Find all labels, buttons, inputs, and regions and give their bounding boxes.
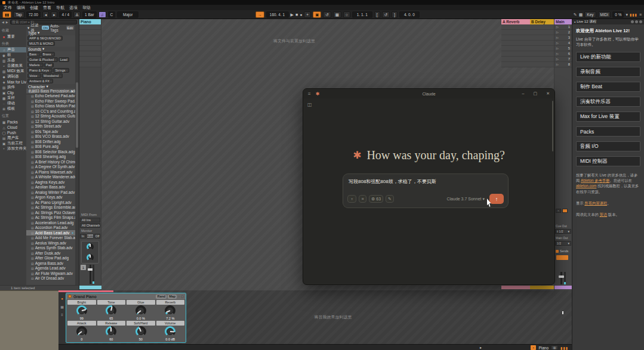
send-b-knob[interactable] (87, 254, 94, 261)
browser-scrollbar[interactable] (75, 25, 79, 285)
browser-file-row[interactable]: 12 String Guitar.adv (26, 119, 75, 124)
fold-device-icon[interactable]: ▢ (181, 295, 184, 298)
keyboard-icon[interactable]: ▦ (551, 345, 558, 350)
browser-file-row[interactable]: Air Flute Wigwam.adv (26, 271, 75, 276)
scene-play-icon[interactable] (556, 30, 559, 34)
sound-filter-chip[interactable]: Mallets · (27, 63, 44, 67)
browser-place-item[interactable]: ◯ Push (0, 130, 26, 135)
device-title-bar[interactable]: Grand Piano Rand Map ○ ▢ (66, 293, 186, 299)
device-power-icon[interactable] (68, 295, 72, 298)
lesson-button[interactable]: Max for Live 装置 (576, 111, 640, 122)
menu-item[interactable]: 导航 (56, 5, 64, 11)
browser-file-row[interactable]: 33 Bass Percussion.adg (26, 88, 75, 94)
browser-category-item[interactable]: ▣ Clip (0, 90, 26, 95)
search-input[interactable] (10, 20, 77, 24)
scene-play-icon[interactable] (556, 63, 559, 66)
browser-category-item[interactable]: ♫ 声音 (0, 47, 26, 52)
scene-play-icon[interactable] (556, 57, 559, 61)
browser-file-row[interactable]: Air Of Dread.adv (26, 276, 75, 280)
type-filter-chip[interactable]: ARP & SEQUENCED (27, 36, 63, 41)
browser-file-row[interactable]: Ac Piano Upright.adv (26, 200, 75, 205)
main-track-header[interactable]: Main (554, 19, 572, 24)
macro-knob[interactable] (135, 326, 146, 337)
dictate-button[interactable]: ✎ (386, 195, 394, 203)
macro-knob[interactable] (76, 305, 87, 316)
send-a-knob[interactable] (87, 243, 94, 250)
scene-slot[interactable]: 6 (554, 51, 572, 57)
claude-input-card[interactable]: 写段808和弦配808鼓，求稳了，不要贝斯 ＋ ≡ ⚙ 63 ✎ Claude … (343, 174, 509, 208)
browser-file-row[interactable]: Echo Filter Sweep Pad.adv (26, 98, 75, 104)
follow-button[interactable]: → (255, 11, 264, 18)
macro-knob[interactable] (135, 305, 146, 316)
loop-button[interactable]: ↺ (382, 11, 390, 18)
browser-file-row[interactable]: 808 Selector Black.adg (26, 149, 75, 154)
menu-item[interactable]: 帮助 (82, 5, 91, 11)
loop-start-field[interactable]: 1. 1. 1 (352, 11, 372, 18)
monitor-off[interactable]: Off (94, 234, 100, 239)
track-number[interactable]: 1 (81, 265, 86, 270)
sound-filter-chip[interactable]: Voice · (27, 73, 41, 78)
browser-file-row[interactable]: A Plains Waveset.adv (26, 169, 75, 175)
manual-link[interactable]: Ableton 参考手册 (581, 178, 609, 182)
browser-file-row[interactable]: A Degree Of Synth.adv (26, 165, 75, 170)
scene-slot[interactable]: 4 (554, 41, 572, 46)
midi-map-button[interactable]: MIDI (598, 11, 611, 18)
lesson-button[interactable]: Live 的新功能 (576, 52, 640, 62)
browser-file-row[interactable]: Agena Bass.adv (26, 261, 75, 266)
rand-button[interactable]: Rand (156, 295, 167, 299)
browser-file-row[interactable]: Acceleration Lead.adg (26, 220, 75, 225)
filters-state-badge[interactable]: ON (42, 26, 49, 30)
chevron-down-icon[interactable]: ▾ (27, 26, 29, 30)
macro-knob[interactable] (165, 326, 175, 337)
clip-view-icon[interactable]: ▦ (60, 305, 64, 309)
main-volume-fader[interactable] (560, 272, 562, 284)
lesson-button[interactable]: Packs (576, 126, 640, 137)
clip-slots[interactable] (530, 24, 554, 67)
maximize-button[interactable]: ▢ (534, 91, 538, 96)
back-to-arrangement-button[interactable] (562, 209, 568, 213)
browser-category-item[interactable]: ▨ MIDI 效果 (0, 69, 26, 74)
macro-knob[interactable] (106, 305, 116, 316)
session-record-button[interactable]: ○ (343, 11, 350, 18)
browser-file-row[interactable]: 10 CC's and Counting.adv (26, 109, 75, 114)
browser-file-row[interactable]: 808 Shearing.adg (26, 154, 75, 160)
scene-slot[interactable]: 2 (554, 30, 572, 35)
scene-slot[interactable]: 8 (554, 62, 572, 67)
channel-chooser[interactable]: All Channels (80, 223, 100, 228)
send-button[interactable]: ↑ (489, 194, 504, 204)
browser-place-item[interactable]: ▦ Packs (0, 119, 26, 125)
browser-file-row[interactable]: 808 Pure.adg (26, 144, 75, 150)
sound-filter-chip[interactable]: Guitar & Plucked · (27, 57, 58, 62)
browser-category-item[interactable]: ◈ Max for Live (0, 79, 26, 85)
input-chooser[interactable]: All Ins (80, 218, 100, 222)
sound-filter-chip[interactable]: Piano & Keys · (27, 68, 53, 73)
browser-file-row[interactable]: 808 Drifter.adg (26, 139, 75, 144)
browser-file-row[interactable]: Echo Detuned Pad.adv (26, 94, 75, 99)
browser-file-row[interactable]: Add Me Forever Stab.adv (26, 236, 75, 241)
macro-knob[interactable] (106, 326, 116, 337)
browser-file-row[interactable]: A Whistle Wanderer.adv (26, 175, 75, 180)
scene-play-icon[interactable] (556, 52, 559, 55)
browser-file-row[interactable]: 59th Street.adv (26, 124, 75, 129)
nudge-down-button[interactable]: ◂ (42, 11, 49, 18)
computer-midi-keyboard-icon[interactable]: ▦ (579, 13, 583, 17)
map-button[interactable]: Map (168, 295, 177, 299)
lesson-button[interactable]: 录制音频 (576, 67, 640, 77)
browser-file-row[interactable]: Analog Winter Pad.adv (26, 190, 75, 195)
scene-slot[interactable]: 7 (554, 57, 572, 62)
browser-file-row[interactable]: Aeolian Bass.adv (26, 185, 75, 190)
minimize-button[interactable]: – (522, 91, 525, 96)
sidebar-toggle-icon[interactable]: ◫ (307, 102, 312, 107)
sound-filter-chip[interactable]: Bass · (27, 52, 41, 57)
ableton-com-link[interactable]: ableton.com (576, 184, 596, 188)
expand-arrow-icon[interactable]: ▸ (480, 345, 482, 349)
browser-place-item[interactable]: ▤ 用户库 (0, 135, 26, 141)
key-map-button[interactable]: Key (584, 11, 596, 18)
menu-item[interactable]: 创建 (30, 5, 38, 11)
scene-play-icon[interactable] (556, 47, 559, 50)
quantize-menu[interactable]: 1 Bar (82, 11, 97, 18)
show-chain-icon[interactable]: ○ (178, 295, 180, 298)
browser-place-item[interactable]: △ Cloud (0, 125, 26, 130)
claude-scrollbar[interactable] (552, 101, 553, 151)
track-header-piano[interactable]: Piano (79, 19, 101, 24)
